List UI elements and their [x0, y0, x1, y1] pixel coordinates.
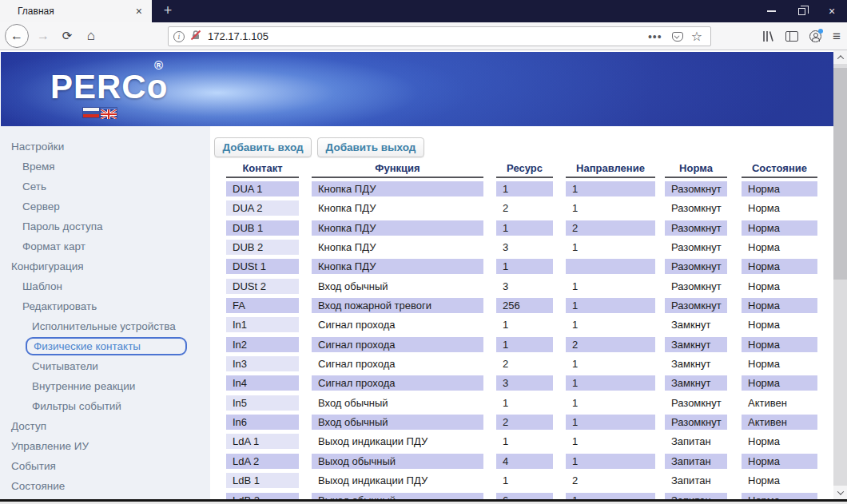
table-cell: Норма — [742, 337, 817, 352]
sidebar-item-8[interactable]: Редактировать — [0, 296, 210, 316]
account-icon[interactable] — [809, 30, 821, 42]
restore-button[interactable] — [786, 0, 817, 22]
table-row[interactable]: In1Сигнал прохода11ЗамкнутНорма — [226, 317, 817, 332]
table-cell: Норма — [742, 454, 817, 469]
table-cell: 256 — [496, 298, 553, 313]
table-cell: Запитан — [665, 454, 727, 469]
table-cell: 1 — [566, 240, 655, 255]
sidebar-item-13[interactable]: Фильтры событий — [0, 396, 210, 416]
table-row[interactable]: DUB 1Кнопка ПДУ12РазомкнутНорма — [226, 220, 817, 236]
table-cell: 3 — [496, 240, 553, 255]
table-cell: 1 — [496, 337, 553, 352]
hamburger-menu-icon[interactable]: ≡ — [833, 29, 841, 45]
language-switcher — [83, 108, 117, 117]
table-row[interactable]: DUSt 1Кнопка ПДУ1РазомкнутНорма — [226, 259, 817, 274]
table-cell: Норма — [742, 181, 817, 196]
sidebar-item-11[interactable]: Считыватели — [0, 356, 210, 376]
sidebar-item-7[interactable]: Шаблон — [0, 276, 210, 296]
table-row[interactable]: In5Вход обычный11РазомкнутАктивен — [226, 395, 817, 411]
table-cell: 3 — [496, 279, 553, 294]
tab-close-icon[interactable]: × — [133, 5, 145, 18]
minimize-button[interactable] — [756, 0, 786, 22]
home-button[interactable]: ⌂ — [80, 28, 102, 44]
table-cell: Разомкнут — [665, 220, 727, 236]
sidebar-item-14[interactable]: Доступ — [0, 416, 210, 436]
table-cell: Разомкнут — [665, 279, 727, 294]
column-header: Направление — [566, 162, 655, 178]
page-content: PERCo ® НастройкиВремяСетьСерверПароль д… — [0, 50, 847, 504]
back-button[interactable]: ← — [5, 24, 29, 48]
sidebar-item-17[interactable]: Состояние — [0, 476, 210, 496]
table-row[interactable]: In4Сигнал прохода31ЗамкнутНорма — [226, 375, 817, 391]
new-tab-button[interactable]: + — [157, 0, 179, 22]
sidebar-item-4[interactable]: Пароль доступа — [0, 216, 210, 236]
russian-flag-icon[interactable] — [83, 108, 99, 117]
column-header: Норма — [665, 162, 727, 178]
table-cell: 1 — [566, 454, 655, 469]
insecure-lock-icon[interactable] — [190, 30, 201, 44]
sidebar-item-12[interactable]: Внутренние реакции — [0, 376, 210, 396]
sidebar-item-6[interactable]: Конфигурация — [0, 256, 210, 276]
table-cell: DUSt 2 — [226, 279, 299, 294]
scroll-up-button[interactable] — [833, 50, 847, 64]
table-row[interactable]: DUB 2Кнопка ПДУ31РазомкнутНорма — [226, 240, 817, 255]
table-cell: 1 — [496, 317, 553, 332]
close-window-button[interactable]: × — [817, 0, 847, 22]
scrollbar-thumb[interactable] — [833, 68, 847, 280]
page-scrollbar[interactable] — [833, 50, 847, 499]
scroll-down-button[interactable] — [833, 486, 847, 499]
sidebar-item-2[interactable]: Сеть — [0, 177, 210, 196]
table-cell: LdB 1 — [226, 473, 299, 488]
table-row[interactable]: In6Вход обычный21РазомкнутАктивен — [226, 415, 817, 430]
table-cell: Кнопка ПДУ — [312, 220, 483, 236]
sidebar-item-0[interactable]: Настройки — [0, 137, 210, 157]
table-cell: 3 — [496, 375, 553, 391]
chevron-up-icon — [837, 55, 843, 62]
table-row[interactable]: DUA 2Кнопка ПДУ21РазомкнутНорма — [226, 200, 817, 216]
table-row[interactable]: DUA 1Кнопка ПДУ11РазомкнутНорма — [226, 181, 817, 196]
add-input-button[interactable]: Добавить вход — [214, 137, 312, 157]
table-row[interactable]: In2Сигнал прохода12ЗамкнутНорма — [226, 337, 817, 352]
url-bar[interactable]: i 172.17.1.105 ••• ☆ — [168, 26, 711, 46]
sidebar-item-15[interactable]: Управление ИУ — [0, 436, 210, 456]
sidebar-item-1[interactable]: Время — [0, 157, 210, 177]
table-cell: FA — [226, 298, 299, 313]
browser-tab[interactable]: Главная × — [0, 0, 152, 22]
table-row[interactable]: LdA 1Выход индикации ПДУ11ЗапитанНорма — [226, 434, 817, 449]
library-icon[interactable] — [762, 30, 774, 42]
tab-title: Главная — [18, 6, 133, 17]
sidebar-toggle-icon[interactable] — [785, 31, 798, 42]
table-cell: Запитан — [665, 473, 727, 488]
sidebar-item-16[interactable]: События — [0, 456, 210, 476]
sidebar-item-10[interactable]: Физические контакты — [0, 336, 210, 356]
table-cell: In2 — [226, 337, 299, 352]
bookmark-star-icon[interactable]: ☆ — [688, 29, 706, 44]
site-info-icon[interactable]: i — [173, 31, 185, 42]
sidebar-item-9[interactable]: Исполнительные устройства — [0, 316, 210, 336]
table-cell: Кнопка ПДУ — [312, 259, 483, 274]
pocket-icon[interactable] — [672, 32, 683, 42]
page-actions-icon[interactable]: ••• — [643, 30, 667, 43]
url-text[interactable]: 172.17.1.105 — [208, 30, 643, 42]
english-flag-icon[interactable] — [101, 108, 117, 117]
sidebar-item-label: Исполнительные устройства — [32, 320, 176, 332]
sidebar-item-label: Физические контакты — [26, 337, 187, 355]
table-cell: DUA 1 — [226, 181, 299, 196]
table-cell: Разомкнут — [665, 240, 727, 255]
table-cell: Норма — [742, 298, 817, 313]
table-row[interactable]: In3Сигнал прохода21ЗамкнутНорма — [226, 356, 817, 371]
sidebar-item-5[interactable]: Формат карт — [0, 236, 210, 256]
table-cell: Выход индикации ПДУ — [312, 473, 483, 488]
reload-button[interactable]: ⟳ — [56, 29, 78, 43]
table-cell: Норма — [742, 493, 817, 500]
add-output-button[interactable]: Добавить выход — [317, 137, 424, 157]
minimize-icon — [767, 10, 776, 12]
table-row[interactable]: LdB 1Выход индикации ПДУ12ЗапитанНорма — [226, 473, 817, 488]
table-cell: 1 — [566, 434, 655, 449]
table-row[interactable]: LdA 2Выход обычный41ЗапитанНорма — [226, 454, 817, 469]
table-row[interactable]: LdB 2Выход обычный61ЗапитанНорма — [226, 493, 817, 500]
table-row[interactable]: FAВход пожарной тревоги2561РазомкнутНорм… — [226, 298, 817, 313]
forward-button[interactable]: → — [32, 29, 54, 43]
table-row[interactable]: DUSt 2Вход обычный31РазомкнутНорма — [226, 279, 817, 294]
sidebar-item-3[interactable]: Сервер — [0, 196, 210, 216]
